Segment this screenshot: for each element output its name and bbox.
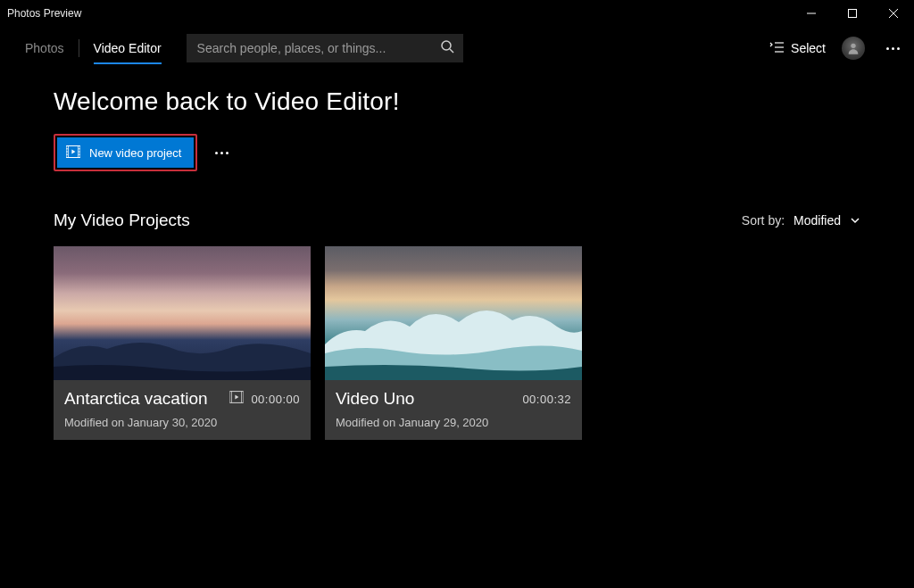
video-project-icon bbox=[229, 391, 244, 407]
project-thumbnail bbox=[54, 246, 311, 380]
project-title: Antarctica vacation bbox=[64, 389, 208, 409]
section-title: My Video Projects bbox=[54, 211, 190, 230]
project-card-footer: Video Uno 00:00:32 Modified on January 2… bbox=[325, 380, 582, 440]
more-button[interactable] bbox=[881, 42, 905, 55]
close-icon bbox=[889, 9, 898, 18]
tab-video-editor[interactable]: Video Editor bbox=[81, 27, 174, 70]
minimize-button[interactable] bbox=[791, 0, 832, 27]
project-card[interactable]: Video Uno 00:00:32 Modified on January 2… bbox=[325, 246, 582, 440]
svg-marker-20 bbox=[71, 149, 75, 153]
sort-control[interactable]: Sort by: Modified bbox=[742, 213, 860, 228]
new-project-highlight: New video project bbox=[54, 134, 197, 171]
minimize-icon bbox=[807, 9, 816, 18]
svg-point-9 bbox=[851, 44, 855, 48]
new-video-project-label: New video project bbox=[89, 146, 181, 160]
tab-video-editor-label: Video Editor bbox=[94, 41, 162, 55]
svg-line-5 bbox=[450, 49, 453, 53]
svg-point-4 bbox=[442, 41, 451, 50]
video-project-icon bbox=[66, 145, 80, 161]
actions-more-button[interactable] bbox=[210, 146, 234, 160]
project-title: Video Uno bbox=[336, 389, 414, 409]
close-button[interactable] bbox=[873, 0, 914, 27]
sort-value-dropdown[interactable]: Modified bbox=[794, 213, 860, 228]
search-icon bbox=[435, 39, 454, 57]
maximize-icon bbox=[848, 9, 857, 18]
tab-divider bbox=[79, 39, 79, 57]
project-card-footer: Antarctica vacation 00:00:00 bbox=[54, 380, 311, 440]
select-button[interactable]: Select bbox=[769, 41, 826, 56]
project-card[interactable]: Antarctica vacation 00:00:00 bbox=[54, 246, 311, 440]
svg-marker-24 bbox=[236, 395, 239, 400]
actions-row: New video project bbox=[54, 134, 860, 171]
sort-value-text: Modified bbox=[794, 213, 841, 228]
tab-photos[interactable]: Photos bbox=[12, 27, 77, 70]
user-icon bbox=[846, 41, 860, 55]
command-bar: Photos Video Editor bbox=[0, 27, 914, 70]
maximize-button[interactable] bbox=[832, 0, 873, 27]
title-bar: Photos Preview bbox=[0, 0, 914, 27]
welcome-heading: Welcome back to Video Editor! bbox=[54, 87, 860, 116]
project-duration: 00:00:32 bbox=[522, 393, 571, 406]
avatar[interactable] bbox=[842, 37, 865, 60]
chevron-down-icon bbox=[850, 215, 860, 226]
new-video-project-button[interactable]: New video project bbox=[57, 137, 194, 168]
svg-rect-1 bbox=[849, 10, 857, 18]
search-box[interactable] bbox=[187, 34, 463, 62]
tab-photos-label: Photos bbox=[25, 41, 64, 55]
project-modified: Modified on January 30, 2020 bbox=[64, 416, 300, 429]
main-content: Welcome back to Video Editor! bbox=[0, 70, 914, 440]
select-icon bbox=[769, 41, 784, 56]
project-cards: Antarctica vacation 00:00:00 bbox=[54, 246, 860, 440]
projects-header: My Video Projects Sort by: Modified bbox=[54, 211, 860, 230]
window-controls bbox=[791, 0, 914, 27]
select-label: Select bbox=[791, 41, 826, 55]
command-bar-right: Select bbox=[769, 37, 905, 60]
project-duration: 00:00:00 bbox=[251, 393, 300, 406]
nav-tabs: Photos Video Editor bbox=[12, 27, 174, 70]
sort-label: Sort by: bbox=[742, 213, 785, 228]
project-thumbnail bbox=[325, 246, 582, 380]
window-title: Photos Preview bbox=[7, 7, 81, 20]
search-input[interactable] bbox=[195, 40, 435, 56]
project-modified: Modified on January 29, 2020 bbox=[336, 416, 571, 429]
